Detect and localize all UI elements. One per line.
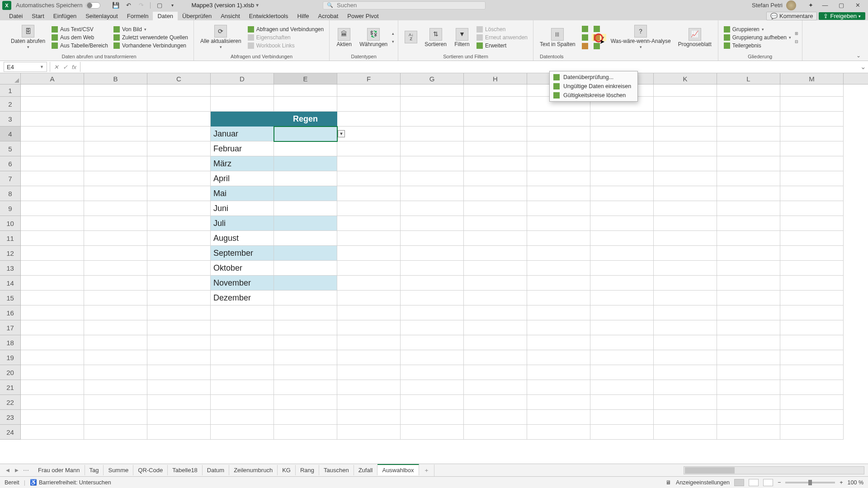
tab-acrobat[interactable]: Acrobat	[314, 12, 343, 20]
cell-B7[interactable]	[84, 171, 147, 186]
cell-E15[interactable]	[274, 291, 337, 305]
cell-C17[interactable]	[147, 320, 211, 335]
cell-I13[interactable]	[527, 261, 590, 276]
table-month-cell[interactable]: Juni	[211, 201, 274, 216]
cell-C18[interactable]	[147, 335, 211, 350]
row-header[interactable]: 16	[0, 305, 21, 320]
cell-J15[interactable]	[590, 291, 654, 305]
redo-icon[interactable]: ↷	[136, 1, 146, 10]
sheet-tab-datum[interactable]: Datum	[203, 465, 229, 475]
search-input[interactable]	[337, 2, 481, 9]
cell-K22[interactable]	[654, 395, 717, 410]
cell-J7[interactable]	[590, 171, 654, 186]
chevron-down-icon[interactable]: ▼	[40, 65, 44, 69]
cell-B23[interactable]	[84, 410, 147, 425]
cell-M11[interactable]	[780, 231, 844, 246]
cell-H8[interactable]	[464, 186, 527, 201]
cell-L24[interactable]	[717, 425, 780, 440]
cell-B3[interactable]	[84, 112, 147, 127]
cell-E2[interactable]	[274, 97, 337, 112]
cell-D17[interactable]	[211, 320, 274, 335]
cell-J23[interactable]	[590, 410, 654, 425]
cell-I17[interactable]	[527, 320, 590, 335]
cell-K24[interactable]	[654, 425, 717, 440]
cell-I24[interactable]	[527, 425, 590, 440]
gruppieren-button[interactable]: Gruppieren ▾	[722, 26, 793, 33]
cell-D1[interactable]	[211, 84, 274, 97]
cell-A18[interactable]	[21, 335, 84, 350]
cell-H10[interactable]	[464, 216, 527, 231]
avatar[interactable]	[786, 0, 796, 10]
cell-H21[interactable]	[464, 380, 527, 395]
diamond-icon[interactable]: ✦	[805, 1, 816, 10]
cell-J4[interactable]	[590, 127, 654, 141]
cell-J5[interactable]	[590, 141, 654, 156]
undo-icon[interactable]: ↶	[123, 1, 134, 10]
cell-I7[interactable]	[527, 171, 590, 186]
cell-G21[interactable]	[401, 380, 464, 395]
cell-J14[interactable]	[590, 276, 654, 291]
cell-D18[interactable]	[211, 335, 274, 350]
cell-J16[interactable]	[590, 305, 654, 320]
flash-fill-button[interactable]	[580, 25, 590, 33]
cell-G2[interactable]	[401, 97, 464, 112]
tab-hilfe[interactable]: Hilfe	[293, 12, 314, 20]
cell-B4[interactable]	[84, 127, 147, 141]
cell-A5[interactable]	[21, 141, 84, 156]
zoom-slider[interactable]	[785, 482, 835, 483]
table-header-regen[interactable]: Regen	[274, 112, 337, 127]
cell-A12[interactable]	[21, 246, 84, 261]
row-header[interactable]: 4	[0, 127, 21, 141]
row-header[interactable]: 5	[0, 141, 21, 156]
cell-F9[interactable]	[337, 201, 401, 216]
cell-M20[interactable]	[780, 365, 844, 380]
cell-L5[interactable]	[717, 141, 780, 156]
cell-K2[interactable]	[654, 97, 717, 112]
cell-K8[interactable]	[654, 186, 717, 201]
formula-bar-expand-icon[interactable]: ⌄	[858, 63, 868, 70]
cell-F21[interactable]	[337, 380, 401, 395]
cell-I22[interactable]	[527, 395, 590, 410]
table-month-cell[interactable]: August	[211, 231, 274, 246]
sheet-tab-tabelle18[interactable]: Tabelle18	[168, 465, 203, 475]
cell-K20[interactable]	[654, 365, 717, 380]
row-header[interactable]: 8	[0, 186, 21, 201]
cell-M21[interactable]	[780, 380, 844, 395]
cell-J6[interactable]	[590, 156, 654, 171]
table-month-cell[interactable]: Juli	[211, 216, 274, 231]
cell-M4[interactable]	[780, 127, 844, 141]
cell-A15[interactable]	[21, 291, 84, 305]
tab-ansicht[interactable]: Ansicht	[216, 12, 245, 20]
cell-L10[interactable]	[717, 216, 780, 231]
cell-C6[interactable]	[147, 156, 211, 171]
table-month-cell[interactable]: Mai	[211, 186, 274, 201]
cell-A10[interactable]	[21, 216, 84, 231]
column-header-G[interactable]: G	[401, 73, 464, 84]
tab-seitenlayout[interactable]: Seitenlayout	[81, 12, 123, 20]
cell-E6[interactable]	[274, 156, 337, 171]
cell-E11[interactable]	[274, 231, 337, 246]
cell-A23[interactable]	[21, 410, 84, 425]
view-pagelayout-button[interactable]	[749, 479, 759, 486]
show-detail-icon[interactable]: ⊞	[795, 31, 798, 36]
remove-duplicates-button[interactable]	[580, 34, 590, 41]
cell-J18[interactable]	[590, 335, 654, 350]
row-header[interactable]: 14	[0, 276, 21, 291]
sheet-nav-more-icon[interactable]: ⋯	[22, 467, 30, 474]
cell-C22[interactable]	[147, 395, 211, 410]
column-header-D[interactable]: D	[211, 73, 274, 84]
data-validation-button[interactable]: ▾ ➤	[592, 34, 606, 41]
cell-G12[interactable]	[401, 246, 464, 261]
daten-abrufen-button[interactable]: 🗄 Daten abrufen ▾	[8, 23, 48, 52]
table-month-cell[interactable]: März	[211, 156, 274, 171]
cell-E19[interactable]	[274, 350, 337, 365]
cell-F1[interactable]	[337, 84, 401, 97]
cell-J10[interactable]	[590, 216, 654, 231]
sheet-tab-rang[interactable]: Rang	[296, 465, 319, 475]
row-header[interactable]: 6	[0, 156, 21, 171]
cell-L19[interactable]	[717, 350, 780, 365]
row-header[interactable]: 18	[0, 335, 21, 350]
cell-C19[interactable]	[147, 350, 211, 365]
cell-M8[interactable]	[780, 186, 844, 201]
cell-M23[interactable]	[780, 410, 844, 425]
